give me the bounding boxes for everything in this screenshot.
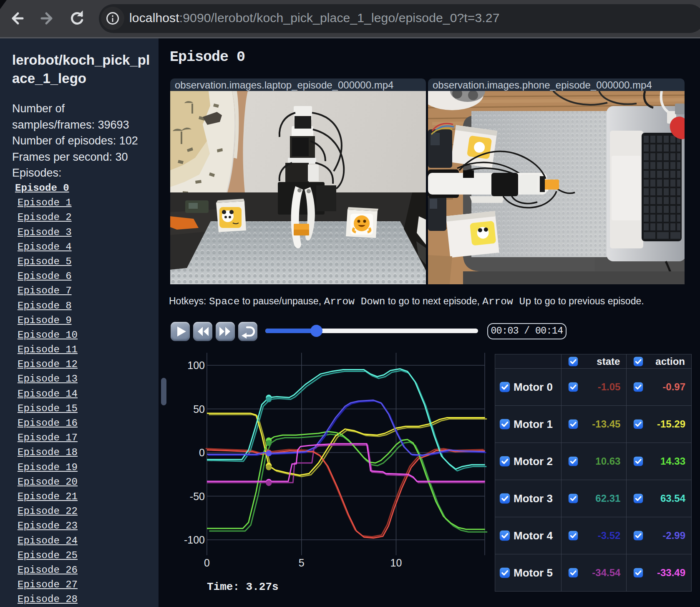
svg-text:5: 5 xyxy=(299,557,305,569)
svg-text:10: 10 xyxy=(390,557,402,569)
svg-text:50: 50 xyxy=(193,403,205,415)
svg-text:0: 0 xyxy=(204,557,210,569)
svg-text:-100: -100 xyxy=(184,534,205,546)
svg-text:Time: 3.27s: Time: 3.27s xyxy=(207,581,279,593)
svg-text:0: 0 xyxy=(199,447,205,458)
svg-text:-50: -50 xyxy=(190,491,205,502)
svg-text:100: 100 xyxy=(187,359,205,371)
